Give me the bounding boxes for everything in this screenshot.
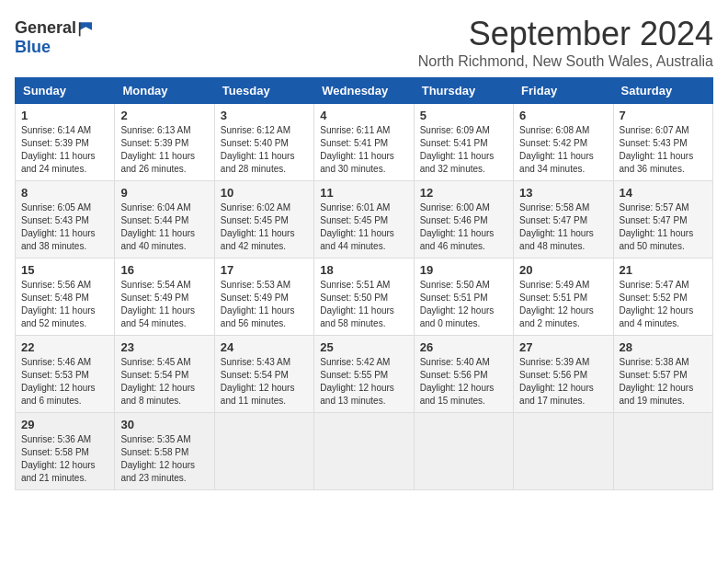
calendar-cell	[314, 413, 414, 490]
calendar-cell: 5Sunrise: 6:09 AM Sunset: 5:41 PM Daylig…	[414, 104, 513, 181]
day-info: Sunrise: 6:12 AM Sunset: 5:40 PM Dayligh…	[221, 124, 308, 176]
day-info: Sunrise: 5:50 AM Sunset: 5:51 PM Dayligh…	[420, 279, 507, 330]
calendar-header-sunday: Sunday	[16, 78, 115, 104]
logo-blue-text: Blue	[15, 38, 51, 57]
month-year-title: September 2024	[418, 15, 713, 53]
calendar-cell: 15Sunrise: 5:56 AM Sunset: 5:48 PM Dayli…	[16, 259, 115, 336]
calendar-cell: 30Sunrise: 5:35 AM Sunset: 5:58 PM Dayli…	[115, 413, 214, 490]
day-number: 23	[120, 340, 208, 354]
day-info: Sunrise: 5:39 AM Sunset: 5:56 PM Dayligh…	[519, 356, 607, 408]
day-info: Sunrise: 6:02 AM Sunset: 5:45 PM Dayligh…	[221, 201, 308, 253]
calendar-cell: 20Sunrise: 5:49 AM Sunset: 5:51 PM Dayli…	[514, 259, 613, 336]
calendar-header-monday: Monday	[115, 78, 214, 104]
calendar-header-wednesday: Wednesday	[314, 78, 414, 104]
day-number: 5	[420, 109, 507, 122]
day-number: 8	[21, 186, 108, 200]
calendar-cell: 21Sunrise: 5:47 AM Sunset: 5:52 PM Dayli…	[613, 259, 712, 336]
calendar-cell: 17Sunrise: 5:53 AM Sunset: 5:49 PM Dayli…	[214, 259, 313, 336]
calendar-cell: 12Sunrise: 6:00 AM Sunset: 5:46 PM Dayli…	[414, 181, 513, 259]
day-info: Sunrise: 6:11 AM Sunset: 5:41 PM Dayligh…	[320, 124, 407, 176]
calendar-header-friday: Friday	[514, 78, 613, 104]
calendar-cell: 19Sunrise: 5:50 AM Sunset: 5:51 PM Dayli…	[414, 259, 513, 336]
day-number: 13	[519, 186, 607, 200]
logo-general-text: General	[15, 18, 76, 38]
calendar-header-saturday: Saturday	[613, 78, 712, 104]
calendar-header-thursday: Thursday	[414, 78, 513, 104]
day-number: 11	[320, 186, 407, 200]
calendar-week-row-1: 1Sunrise: 6:14 AM Sunset: 5:39 PM Daylig…	[16, 104, 713, 181]
calendar-cell	[414, 413, 513, 490]
day-info: Sunrise: 6:09 AM Sunset: 5:41 PM Dayligh…	[420, 124, 507, 176]
day-number: 9	[120, 186, 208, 200]
day-number: 10	[221, 186, 308, 200]
day-info: Sunrise: 6:07 AM Sunset: 5:43 PM Dayligh…	[620, 124, 707, 176]
calendar-cell: 13Sunrise: 5:58 AM Sunset: 5:47 PM Dayli…	[514, 181, 613, 259]
calendar-week-row-2: 8Sunrise: 6:05 AM Sunset: 5:43 PM Daylig…	[16, 181, 713, 259]
calendar-cell	[514, 413, 613, 490]
calendar-cell: 7Sunrise: 6:07 AM Sunset: 5:43 PM Daylig…	[613, 104, 712, 181]
calendar-table: SundayMondayTuesdayWednesdayThursdayFrid…	[15, 77, 713, 490]
calendar-cell: 22Sunrise: 5:46 AM Sunset: 5:53 PM Dayli…	[16, 336, 115, 413]
day-info: Sunrise: 5:38 AM Sunset: 5:57 PM Dayligh…	[620, 356, 707, 408]
calendar-cell	[613, 413, 712, 490]
day-info: Sunrise: 5:57 AM Sunset: 5:47 PM Dayligh…	[620, 201, 707, 253]
calendar-week-row-5: 29Sunrise: 5:36 AM Sunset: 5:58 PM Dayli…	[16, 413, 713, 490]
day-info: Sunrise: 5:43 AM Sunset: 5:54 PM Dayligh…	[221, 356, 308, 408]
day-number: 22	[21, 340, 108, 354]
day-number: 14	[620, 186, 707, 200]
day-number: 28	[620, 340, 707, 354]
calendar-cell: 6Sunrise: 6:08 AM Sunset: 5:42 PM Daylig…	[514, 104, 613, 181]
day-info: Sunrise: 5:56 AM Sunset: 5:48 PM Dayligh…	[21, 279, 108, 330]
day-info: Sunrise: 6:00 AM Sunset: 5:46 PM Dayligh…	[420, 201, 507, 253]
day-number: 19	[420, 263, 507, 277]
day-number: 25	[320, 340, 407, 354]
day-number: 27	[519, 340, 607, 354]
svg-marker-0	[80, 22, 92, 29]
location-subtitle: North Richmond, New South Wales, Austral…	[418, 53, 713, 70]
day-number: 26	[420, 340, 507, 354]
day-number: 16	[120, 263, 208, 277]
calendar-cell: 8Sunrise: 6:05 AM Sunset: 5:43 PM Daylig…	[16, 181, 115, 259]
day-number: 20	[519, 263, 607, 277]
calendar-week-row-4: 22Sunrise: 5:46 AM Sunset: 5:53 PM Dayli…	[16, 336, 713, 413]
day-info: Sunrise: 6:05 AM Sunset: 5:43 PM Dayligh…	[21, 201, 108, 253]
day-info: Sunrise: 5:58 AM Sunset: 5:47 PM Dayligh…	[519, 201, 607, 253]
calendar-cell: 9Sunrise: 6:04 AM Sunset: 5:44 PM Daylig…	[115, 181, 214, 259]
calendar-cell	[214, 413, 313, 490]
logo-flag-icon	[78, 19, 97, 38]
day-number: 2	[120, 109, 208, 122]
title-section: September 2024 North Richmond, New South…	[418, 15, 713, 70]
day-number: 30	[120, 418, 208, 431]
day-info: Sunrise: 5:53 AM Sunset: 5:49 PM Dayligh…	[221, 279, 308, 330]
calendar-cell: 29Sunrise: 5:36 AM Sunset: 5:58 PM Dayli…	[16, 413, 115, 490]
day-number: 24	[221, 340, 308, 354]
day-info: Sunrise: 5:40 AM Sunset: 5:56 PM Dayligh…	[420, 356, 507, 408]
day-number: 15	[21, 263, 108, 277]
day-info: Sunrise: 6:08 AM Sunset: 5:42 PM Dayligh…	[519, 124, 607, 176]
calendar-cell: 2Sunrise: 6:13 AM Sunset: 5:39 PM Daylig…	[115, 104, 214, 181]
calendar-cell: 18Sunrise: 5:51 AM Sunset: 5:50 PM Dayli…	[314, 259, 414, 336]
day-number: 18	[320, 263, 407, 277]
calendar-cell: 3Sunrise: 6:12 AM Sunset: 5:40 PM Daylig…	[214, 104, 313, 181]
day-info: Sunrise: 5:35 AM Sunset: 5:58 PM Dayligh…	[120, 433, 208, 485]
day-info: Sunrise: 5:46 AM Sunset: 5:53 PM Dayligh…	[21, 356, 108, 408]
calendar-cell: 1Sunrise: 6:14 AM Sunset: 5:39 PM Daylig…	[16, 104, 115, 181]
calendar-header-tuesday: Tuesday	[214, 78, 313, 104]
day-info: Sunrise: 6:13 AM Sunset: 5:39 PM Dayligh…	[120, 124, 208, 176]
header: General Blue September 2024 North Richmo…	[15, 15, 713, 70]
day-number: 6	[519, 109, 607, 122]
day-info: Sunrise: 6:04 AM Sunset: 5:44 PM Dayligh…	[120, 201, 208, 253]
day-number: 3	[221, 109, 308, 122]
day-info: Sunrise: 5:54 AM Sunset: 5:49 PM Dayligh…	[120, 279, 208, 330]
day-number: 21	[620, 263, 707, 277]
day-info: Sunrise: 5:51 AM Sunset: 5:50 PM Dayligh…	[320, 279, 407, 330]
day-number: 17	[221, 263, 308, 277]
logo: General Blue	[15, 18, 97, 57]
day-number: 4	[320, 109, 407, 122]
calendar-header-row: SundayMondayTuesdayWednesdayThursdayFrid…	[16, 78, 713, 104]
day-number: 29	[21, 418, 108, 431]
calendar-cell: 14Sunrise: 5:57 AM Sunset: 5:47 PM Dayli…	[613, 181, 712, 259]
day-info: Sunrise: 5:45 AM Sunset: 5:54 PM Dayligh…	[120, 356, 208, 408]
calendar-cell: 26Sunrise: 5:40 AM Sunset: 5:56 PM Dayli…	[414, 336, 513, 413]
calendar-cell: 10Sunrise: 6:02 AM Sunset: 5:45 PM Dayli…	[214, 181, 313, 259]
